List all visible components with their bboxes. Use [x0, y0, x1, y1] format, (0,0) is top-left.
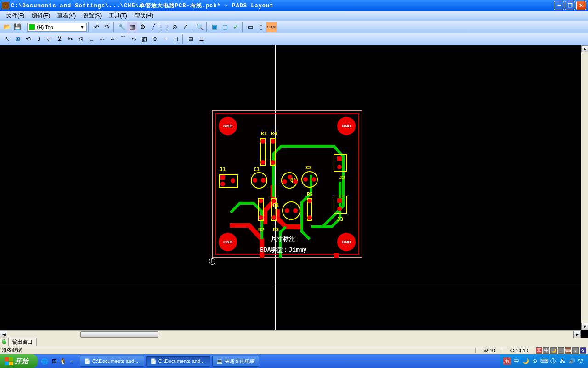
pcb-text-author[interactable]: EDA学堂：Jimmy — [260, 246, 307, 254]
pad[interactable] — [261, 178, 266, 183]
moon-icon[interactable]: 🌙 — [522, 357, 529, 365]
angle-button[interactable]: ∟ — [86, 34, 96, 44]
scrollbar-vertical[interactable]: ▲ ▼ — [581, 45, 588, 330]
move-button[interactable]: ⊞ — [12, 34, 23, 44]
taskbar-item[interactable]: 📄 C:\Documents and... — [80, 356, 144, 367]
distribute-button[interactable]: ⫼ — [171, 34, 181, 44]
display-button[interactable]: ▦ — [127, 22, 137, 32]
ref-r1[interactable]: R1 — [261, 131, 267, 137]
pad[interactable] — [337, 165, 342, 169]
pad[interactable] — [337, 156, 342, 161]
select-button[interactable]: ↖ — [2, 34, 12, 44]
pad[interactable] — [220, 182, 225, 186]
ref-j2[interactable]: J2 — [339, 175, 345, 181]
qq-icon[interactable]: 🐧 — [59, 357, 67, 365]
save-button[interactable]: 💾 — [12, 22, 23, 32]
align-button[interactable]: ≡ — [160, 34, 170, 44]
window-button[interactable]: ▭ — [245, 22, 255, 32]
pad[interactable] — [303, 177, 308, 182]
board-button[interactable]: ▢ — [220, 22, 230, 32]
taskbar-item[interactable]: 📄 C:\Documents and... — [146, 356, 210, 367]
pad[interactable] — [311, 177, 316, 182]
volume-icon[interactable]: 🔊 — [568, 357, 575, 365]
array-button[interactable]: ⊟ — [186, 34, 196, 44]
status-icon[interactable]: ✿ — [580, 347, 586, 354]
refresh-button[interactable]: ✓ — [231, 22, 241, 32]
verify-button[interactable]: ✓ — [180, 22, 190, 32]
rotate-button[interactable]: ⟲ — [23, 34, 33, 44]
spin-button[interactable]: ⤸ — [34, 34, 44, 44]
ref-j1[interactable]: J1 — [220, 167, 226, 172]
status-icon[interactable]: 🌙 — [550, 347, 557, 354]
cam-button[interactable]: CAM — [266, 22, 277, 32]
pad[interactable] — [260, 139, 265, 144]
close-button[interactable]: ✕ — [576, 1, 586, 10]
properties-button[interactable]: 🔧 — [117, 22, 127, 32]
measure-button[interactable]: ↔ — [107, 34, 118, 44]
sketch-button[interactable]: ∿ — [129, 34, 139, 44]
menu-file[interactable]: 文件(F) — [3, 11, 28, 21]
ime2-icon[interactable]: 中 — [513, 357, 520, 365]
mounting-hole[interactable]: GND — [219, 117, 237, 135]
menu-view[interactable]: 查看(V) — [54, 11, 79, 21]
scroll-thumb[interactable] — [80, 331, 158, 338]
ref-r5[interactable]: R5 — [307, 191, 313, 197]
mounting-hole[interactable]: GND — [337, 117, 356, 135]
options-button[interactable]: ⚙ — [138, 22, 148, 32]
via-button[interactable]: ⊙ — [150, 34, 160, 44]
open-button[interactable]: 📂 — [2, 22, 12, 32]
pad[interactable] — [285, 208, 289, 213]
route-button[interactable]: ╱ — [148, 22, 158, 32]
pad[interactable] — [293, 179, 298, 184]
pcb-board[interactable]: GND GND GND GND R1 R4 J1 C1 C2 Q1 J2 — [212, 110, 362, 258]
pad[interactable] — [259, 215, 263, 220]
pad[interactable] — [288, 175, 292, 179]
list-button[interactable]: ≣ — [196, 34, 206, 44]
status-icon[interactable]: 中 — [543, 347, 549, 354]
status-icon[interactable]: 五 — [536, 347, 542, 354]
ie-icon[interactable]: 🌐 — [40, 357, 49, 365]
pad[interactable] — [307, 215, 312, 220]
redo-button[interactable]: ↷ — [102, 22, 112, 32]
tray-icon[interactable]: ⊙ — [531, 357, 538, 365]
ref-j3[interactable]: J3 — [337, 216, 343, 222]
layer-selector[interactable]: (H) Top ▼ — [27, 23, 87, 32]
pad[interactable] — [271, 160, 275, 165]
pad[interactable] — [271, 139, 275, 144]
dimension-button[interactable]: ⊹ — [97, 34, 107, 44]
flip-button[interactable]: ⊻ — [55, 34, 65, 44]
drc-button[interactable]: ⊘ — [170, 22, 180, 32]
workspace[interactable]: GND GND GND GND R1 R4 J1 C1 C2 Q1 J2 — [0, 45, 588, 338]
scroll-up-button[interactable]: ▲ — [581, 45, 588, 52]
snap-button[interactable]: ⋮⋮ — [159, 22, 169, 32]
maximize-button[interactable]: ❐ — [565, 1, 575, 10]
ref-e3[interactable]: E3 — [273, 202, 279, 208]
menu-edit[interactable]: 编辑(E) — [28, 11, 54, 21]
network-icon[interactable]: 🖧 — [559, 357, 566, 365]
ref-r2[interactable]: R2 — [258, 227, 264, 233]
pad[interactable] — [231, 178, 235, 183]
arc-button[interactable]: ⌒ — [118, 34, 128, 44]
swap-button[interactable]: ⇄ — [44, 34, 54, 44]
more-icon[interactable]: » — [68, 357, 76, 365]
pad[interactable] — [293, 208, 298, 213]
status-icon[interactable]: ♪ — [572, 347, 579, 354]
scroll-right-button[interactable]: ▶ — [573, 331, 581, 338]
tray-icon[interactable]: ⓘ — [549, 357, 557, 365]
zoom-button[interactable]: 🔍 — [195, 22, 205, 32]
pad[interactable] — [260, 160, 265, 165]
scroll-down-button[interactable]: ▼ — [581, 323, 588, 330]
ref-r3[interactable]: R3 — [273, 227, 279, 233]
extent-button[interactable]: ▣ — [209, 22, 220, 32]
pad[interactable] — [220, 175, 225, 180]
taskbar-item[interactable]: 💻 林超文的电脑 — [212, 356, 259, 367]
menu-help[interactable]: 帮助(H) — [131, 11, 157, 21]
undo-button[interactable]: ↶ — [91, 22, 102, 32]
desktop-icon[interactable]: 🖥 — [50, 357, 58, 365]
mounting-hole[interactable]: GND — [219, 233, 237, 251]
ime-icon[interactable]: 五 — [503, 357, 511, 365]
cut-button[interactable]: ✂ — [65, 34, 75, 44]
pad[interactable] — [271, 215, 276, 220]
menu-setup[interactable]: 设置(S) — [79, 11, 105, 21]
start-button[interactable]: 开始 — [0, 354, 38, 368]
